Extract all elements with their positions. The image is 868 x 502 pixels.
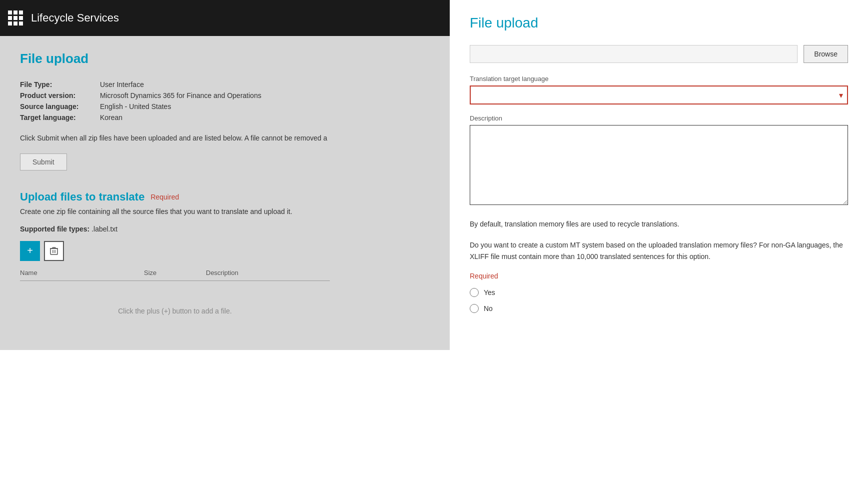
source-language-label: Source language: (20, 102, 100, 110)
grid-menu-icon[interactable] (8, 10, 23, 26)
right-panel: File upload Browse Translation target la… (450, 0, 868, 502)
file-path-input[interactable] (470, 45, 798, 63)
target-lang-select-wrapper: Korean Chinese Japanese German French (470, 86, 848, 104)
delete-file-button[interactable] (44, 241, 64, 261)
radio-no-option[interactable]: No (470, 304, 848, 313)
submit-button[interactable]: Submit (20, 154, 67, 170)
info-text-2: Do you want to create a custom MT system… (470, 240, 848, 262)
upload-section-title: Upload files to translate Required (20, 190, 430, 204)
required-badge: Required (150, 193, 179, 201)
empty-table-message: Click the plus (+) button to add a file. (20, 287, 330, 335)
description-container: Description (470, 114, 848, 206)
product-version-row: Product version: Microsoft Dynamics 365 … (20, 92, 430, 100)
info-table: File Type: User Interface Product versio… (20, 80, 430, 122)
radio-no-input[interactable] (470, 304, 479, 313)
product-version-label: Product version: (20, 92, 100, 100)
notice-text: Click Submit when all zip files have bee… (20, 134, 430, 144)
col-size: Size (144, 269, 206, 276)
source-language-value: English - United States (100, 102, 171, 110)
file-type-value: User Interface (100, 80, 144, 88)
add-file-button[interactable]: + (20, 241, 40, 261)
required-text: Required (470, 272, 848, 280)
app-title: Lifecycle Services (31, 12, 119, 24)
browse-button[interactable]: Browse (804, 45, 848, 63)
left-panel: File upload File Type: User Interface Pr… (0, 36, 450, 350)
radio-yes-input[interactable] (470, 288, 479, 297)
app-header: Lifecycle Services (0, 0, 450, 36)
description-label: Description (470, 114, 848, 122)
col-name: Name (20, 269, 144, 276)
file-type-row: File Type: User Interface (20, 80, 430, 88)
target-language-label: Target language: (20, 114, 100, 122)
product-version-value: Microsoft Dynamics 365 for Finance and O… (100, 92, 261, 100)
supported-types: Supported file types: .label.txt (20, 225, 430, 233)
section-description: Create one zip file containing all the s… (20, 206, 430, 217)
radio-yes-label: Yes (484, 288, 495, 296)
col-description: Description (206, 269, 330, 276)
panel-title: File upload (470, 15, 848, 31)
file-type-label: File Type: (20, 80, 100, 88)
target-lang-container: Translation target language Korean Chine… (470, 75, 848, 104)
target-lang-label: Translation target language (470, 75, 848, 82)
radio-yes-option[interactable]: Yes (470, 288, 848, 297)
radio-group: Yes No (470, 288, 848, 313)
file-table-header: Name Size Description (20, 269, 330, 281)
source-language-row: Source language: English - United States (20, 102, 430, 110)
page-title: File upload (20, 51, 430, 66)
radio-no-label: No (484, 304, 493, 312)
target-language-value: Korean (100, 114, 122, 122)
info-text-1: By default, translation memory files are… (470, 218, 848, 230)
target-language-row: Target language: Korean (20, 114, 430, 122)
file-upload-row: Browse (470, 45, 848, 63)
file-toolbar: + (20, 241, 430, 261)
description-textarea[interactable] (470, 125, 848, 205)
target-lang-select[interactable]: Korean Chinese Japanese German French (470, 86, 848, 104)
svg-rect-0 (50, 248, 57, 254)
